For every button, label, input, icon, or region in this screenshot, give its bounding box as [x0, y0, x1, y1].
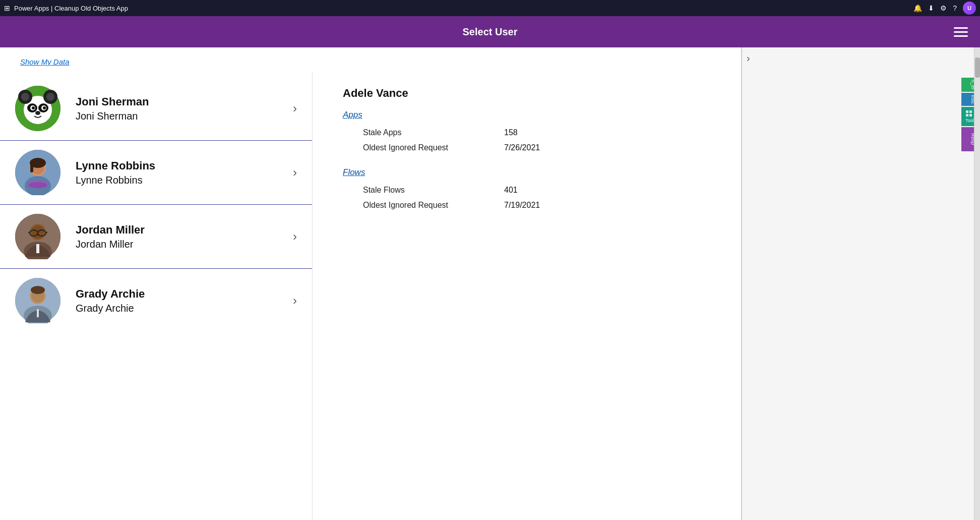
download-icon[interactable]: ⬇ [928, 4, 934, 12]
selected-user-name: Adele Vance [343, 87, 711, 100]
header-title: Select User [463, 26, 518, 38]
user-primary-name-joni: Joni Sherman [76, 95, 288, 108]
user-list-panel: Joni Sherman Joni Sherman › [0, 72, 313, 520]
lynne-svg [15, 150, 60, 195]
stale-apps-label: Stale Apps [363, 128, 504, 137]
svg-rect-35 [37, 309, 39, 317]
user-list-item[interactable]: Joni Sherman Joni Sherman › [0, 77, 312, 141]
notification-icon[interactable]: 🔔 [913, 4, 922, 12]
oldest-ignored-flows-row: Oldest Ignored Request 7/19/2021 [343, 201, 711, 210]
stale-apps-value: 158 [504, 128, 518, 137]
stale-flows-row: Stale Flows 401 [343, 186, 711, 195]
oldest-ignored-flows-value: 7/19/2021 [504, 201, 540, 210]
svg-rect-41 [969, 114, 972, 117]
grid-icon: ⊞ [4, 4, 10, 12]
avatar-grady [15, 278, 60, 323]
chevron-right-lynne[interactable]: › [293, 165, 297, 180]
oldest-ignored-flows-label: Oldest Ignored Request [363, 201, 504, 210]
browser-extensions-area: › n_er Insc Tools Resp [742, 47, 980, 520]
user-list-item[interactable]: Jordan Miller Jordan Miller › [0, 205, 312, 269]
svg-point-4 [21, 93, 29, 101]
apps-link[interactable]: Apps [343, 110, 711, 120]
hamburger-line-3 [954, 35, 968, 37]
user-primary-name-jordan: Jordan Miller [76, 223, 288, 237]
hamburger-menu[interactable] [954, 27, 968, 37]
scrollbar-thumb [975, 57, 980, 78]
right-scrollbar[interactable] [974, 47, 980, 520]
svg-point-36 [31, 286, 45, 294]
browser-right-panel: M › n_er Insc Tools Resp [741, 0, 980, 520]
stale-flows-value: 401 [504, 186, 518, 195]
svg-rect-18 [30, 162, 33, 172]
collapse-chevron[interactable]: › [745, 52, 977, 64]
oldest-ignored-apps-value: 7/26/2021 [504, 143, 540, 152]
settings-icon[interactable]: ⚙ [940, 4, 947, 12]
grady-svg [15, 278, 60, 323]
stale-flows-label: Stale Flows [363, 186, 504, 195]
system-bar-icons: 🔔 ⬇ ⚙ ? U [913, 2, 976, 15]
user-secondary-name-jordan: Jordan Miller [76, 239, 288, 250]
jordan-svg [15, 214, 60, 259]
oldest-ignored-apps-label: Oldest Ignored Request [363, 143, 504, 152]
svg-point-5 [46, 93, 54, 101]
teal-icon [965, 110, 972, 117]
svg-point-10 [32, 106, 35, 109]
user-list-item[interactable]: Grady Archie Grady Archie › [0, 269, 312, 332]
flows-section: Flows Stale Flows 401 Oldest Ignored Req… [343, 167, 711, 210]
user-primary-name-lynne: Lynne Robbins [76, 159, 288, 172]
stale-apps-row: Stale Apps 158 [343, 128, 711, 137]
content-area: Joni Sherman Joni Sherman › [0, 72, 741, 520]
system-bar-title: Power Apps | Cleanup Old Objects App [14, 5, 128, 12]
avatar-jordan [15, 214, 60, 259]
panda-svg [15, 86, 60, 131]
main-content: Show My Data [0, 47, 741, 520]
chevron-right-joni[interactable]: › [293, 101, 297, 115]
show-my-data-link[interactable]: Show My Data [20, 57, 70, 66]
app-header: Select User [0, 16, 980, 47]
help-icon[interactable]: ? [953, 4, 957, 12]
svg-point-11 [43, 106, 46, 109]
svg-rect-30 [36, 244, 39, 253]
svg-rect-40 [966, 114, 968, 117]
user-secondary-name-lynne: Lynne Robbins [76, 175, 288, 186]
svg-rect-39 [969, 110, 972, 113]
user-primary-name-grady: Grady Archie [76, 287, 288, 301]
hamburger-line-2 [954, 31, 968, 33]
avatar-joni [15, 86, 60, 131]
chevron-right-jordan[interactable]: › [293, 229, 297, 244]
user-info-jordan: Jordan Miller Jordan Miller [76, 223, 288, 250]
user-list-item[interactable]: Lynne Robbins Lynne Robbins › [0, 141, 312, 205]
user-list-scroll[interactable]: Joni Sherman Joni Sherman › [0, 77, 312, 515]
svg-point-12 [35, 111, 40, 115]
user-secondary-name-joni: Joni Sherman [76, 110, 288, 122]
user-info-grady: Grady Archie Grady Archie [76, 287, 288, 314]
user-info-joni: Joni Sherman Joni Sherman [76, 95, 288, 122]
oldest-ignored-apps-row: Oldest Ignored Request 7/26/2021 [343, 143, 711, 152]
user-avatar[interactable]: U [963, 2, 976, 15]
user-info-lynne: Lynne Robbins Lynne Robbins [76, 159, 288, 186]
system-bar: ⊞ Power Apps | Cleanup Old Objects App 🔔… [0, 0, 980, 16]
user-detail-panel: Adele Vance Apps Stale Apps 158 Oldest I… [313, 72, 741, 520]
avatar-lynne [15, 150, 60, 195]
svg-rect-38 [966, 110, 968, 113]
flows-link[interactable]: Flows [343, 167, 711, 178]
hamburger-line-1 [954, 27, 968, 29]
chevron-right-grady[interactable]: › [293, 294, 297, 308]
show-my-data-section: Show My Data [0, 47, 741, 72]
apps-section: Apps Stale Apps 158 Oldest Ignored Reque… [343, 110, 711, 152]
svg-point-20 [29, 182, 47, 188]
user-secondary-name-grady: Grady Archie [76, 303, 288, 314]
